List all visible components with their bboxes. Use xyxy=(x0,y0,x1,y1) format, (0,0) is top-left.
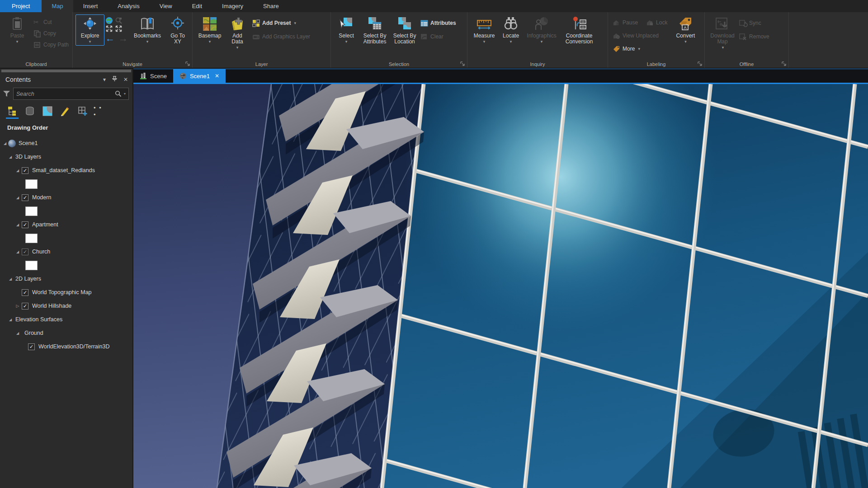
coordinate-conversion-button[interactable]: Coordinate Conversion xyxy=(560,14,599,47)
tree-expanded-icon[interactable]: ◢ xyxy=(15,250,20,254)
tree-item-elevation-surfaces[interactable]: ◢ Elevation Surfaces xyxy=(0,313,132,326)
tree-item-worldelevation3d-terrain3d[interactable]: ✓ WorldElevation3D/Terrain3D xyxy=(0,340,132,353)
search-icon[interactable] xyxy=(115,90,122,97)
tree-item-small-dataset-redlands[interactable]: ◢ ✓ Small_dataset_Redlands xyxy=(0,164,132,177)
layer-visibility-checkbox[interactable]: ✓ xyxy=(22,194,28,201)
tree-expanded-icon[interactable]: ◢ xyxy=(15,223,20,227)
tree-expanded-icon[interactable]: ◢ xyxy=(15,331,20,335)
layer-visibility-checkbox[interactable]: ✓ xyxy=(22,221,28,228)
search-options-chevron-icon[interactable]: ▾ xyxy=(124,92,126,96)
tree-item-scene1[interactable]: ◢ Scene1 xyxy=(0,136,132,150)
list-by-perspective-button[interactable] xyxy=(76,105,90,117)
basemap-button[interactable]: Basemap ▾ xyxy=(195,14,224,46)
search-input[interactable]: Search ▾ xyxy=(13,88,129,100)
clear-selection-button[interactable]: Clear xyxy=(419,32,458,42)
layer-visibility-checkbox[interactable]: ✓ xyxy=(28,343,35,350)
add-graphics-layer-button[interactable]: Add Graphics Layer xyxy=(250,32,312,42)
measure-button[interactable]: Measure ▾ xyxy=(470,14,498,46)
tree-collapsed-icon[interactable]: ▷ xyxy=(15,304,20,308)
next-extent-icon[interactable]: → xyxy=(118,34,128,43)
pause-labeling-button[interactable]: Pause xyxy=(611,18,640,28)
select-by-location-button[interactable]: Select By Location xyxy=(391,14,419,47)
tab-edit[interactable]: Edit xyxy=(182,0,212,12)
convert-labels-button[interactable]: A Convert ▾ xyxy=(672,14,699,46)
tree-expanded-icon[interactable]: ◢ xyxy=(3,141,7,145)
add-data-button[interactable]: Add Data ▾ xyxy=(224,14,250,52)
tab-share[interactable]: Share xyxy=(253,0,289,12)
tree-expanded-icon[interactable]: ◢ xyxy=(15,169,20,173)
attributes-button[interactable]: Attributes xyxy=(419,18,458,28)
tab-project[interactable]: Project xyxy=(0,0,42,12)
labeling-dialog-launcher-icon[interactable] xyxy=(697,61,703,66)
select-by-attributes-button[interactable]: Select By Attributes xyxy=(359,14,391,47)
tree-item-world-hillshade[interactable]: ▷ ✓ World Hillshade xyxy=(0,299,132,313)
tree-item-ground[interactable]: ◢ Ground xyxy=(0,326,132,340)
navigate-dialog-launcher-icon[interactable] xyxy=(185,61,190,66)
paste-button[interactable]: Paste ▾ xyxy=(3,14,32,46)
bookmarks-button[interactable]: Bookmarks ▾ xyxy=(130,14,165,46)
add-preset-button[interactable]: Add Preset ▾ xyxy=(250,18,312,28)
view-unplaced-button[interactable]: View Unplaced xyxy=(611,31,669,41)
tree-item-label: WorldElevation3D/Terrain3D xyxy=(38,343,109,350)
offline-dialog-launcher-icon[interactable] xyxy=(781,61,787,66)
close-icon[interactable]: ✕ xyxy=(123,76,128,83)
tree-item-world-topographic-map[interactable]: ✓ World Topographic Map xyxy=(0,286,132,299)
pane-menu-chevron-icon[interactable]: ▾ xyxy=(103,76,106,83)
previous-extent-icon[interactable]: ← xyxy=(105,34,115,43)
list-by-data-source-button[interactable] xyxy=(23,105,37,117)
select-button[interactable]: Select ▾ xyxy=(334,14,359,46)
list-by-editing-button[interactable] xyxy=(58,105,72,117)
tree-expanded-icon[interactable]: ◢ xyxy=(8,318,13,322)
download-map-button[interactable]: Download Map ▾ xyxy=(708,14,737,52)
remove-button[interactable]: Remove xyxy=(737,32,771,42)
tree-expanded-icon[interactable]: ◢ xyxy=(8,277,13,281)
tab-map[interactable]: Map xyxy=(42,0,73,12)
copy-button[interactable]: Copy xyxy=(32,28,71,38)
list-by-drawing-order-button[interactable] xyxy=(5,105,19,117)
sync-button[interactable]: Sync xyxy=(737,18,771,28)
tree-expanded-icon[interactable]: ◢ xyxy=(8,155,13,159)
layer-visibility-checkbox[interactable]: ✓ xyxy=(22,167,28,174)
more-labeling-button[interactable]: More ▾ xyxy=(611,44,669,54)
list-by-snapping-button[interactable] xyxy=(41,105,54,117)
layer-visibility-checkbox[interactable]: ✓ xyxy=(22,303,28,310)
selection-dialog-launcher-icon[interactable] xyxy=(460,61,465,66)
zoom-to-selection-icon[interactable] xyxy=(115,17,123,24)
tree-item-modern[interactable]: ◢ ✓ Modern xyxy=(0,191,132,204)
view-tab-scene[interactable]: Scene xyxy=(133,69,173,83)
symbol-swatch[interactable] xyxy=(25,179,38,189)
close-tab-icon[interactable]: ✕ xyxy=(215,73,219,79)
scissors-icon: ✂ xyxy=(33,19,41,26)
tree-item-2d-layers[interactable]: ◢ 2D Layers xyxy=(0,272,132,286)
tree-item-church[interactable]: ◢ ✓ Church xyxy=(0,245,132,258)
tree-expanded-icon[interactable]: ◢ xyxy=(15,196,20,200)
filter-icon[interactable] xyxy=(3,90,10,98)
more-options-button[interactable]: • • • xyxy=(94,105,107,117)
fixed-zoom-out-icon[interactable] xyxy=(115,25,123,33)
globe-icon[interactable] xyxy=(105,17,113,24)
infographics-button[interactable]: Infographics ▾ xyxy=(524,14,560,46)
tree-item-3d-layers[interactable]: ◢ 3D Layers xyxy=(0,150,132,164)
fixed-zoom-in-icon[interactable] xyxy=(105,25,113,33)
tab-imagery[interactable]: Imagery xyxy=(212,0,253,12)
view-tab-scene1[interactable]: Scene1 ✕ xyxy=(173,69,226,83)
tab-analysis[interactable]: Analysis xyxy=(108,0,149,12)
symbol-swatch[interactable] xyxy=(25,206,38,216)
symbol-swatch[interactable] xyxy=(25,261,38,270)
add-grid-icon xyxy=(77,106,88,117)
scene-3d-view[interactable] xyxy=(133,84,868,488)
locate-button[interactable]: Locate ▾ xyxy=(498,14,524,46)
symbol-swatch[interactable] xyxy=(25,234,38,243)
layer-visibility-checkbox[interactable]: ✓ xyxy=(22,289,28,296)
tab-view[interactable]: View xyxy=(150,0,182,12)
go-to-xy-button[interactable]: Go To XY xyxy=(165,14,190,47)
tab-insert[interactable]: Insert xyxy=(73,0,108,12)
layer-visibility-checkbox[interactable]: ✓ xyxy=(22,249,28,255)
cut-button[interactable]: ✂ Cut xyxy=(32,17,71,27)
tree-item-apartment[interactable]: ◢ ✓ Apartment xyxy=(0,218,132,231)
lock-labeling-button[interactable]: Lock xyxy=(644,18,669,28)
copy-path-button[interactable]: Copy Path xyxy=(32,40,71,50)
explore-button[interactable]: Explore ▾ xyxy=(75,14,104,46)
clear-label: Clear xyxy=(430,33,443,40)
pin-icon[interactable] xyxy=(112,76,117,83)
